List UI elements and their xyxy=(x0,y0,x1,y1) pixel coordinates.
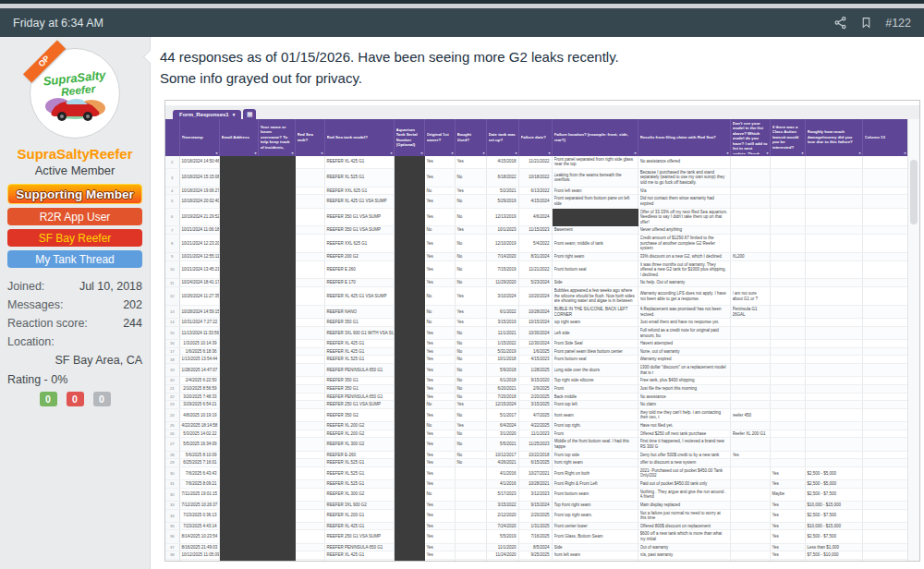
post-number[interactable]: #122 xyxy=(885,17,911,30)
sheet-cell: Yes xyxy=(424,326,455,339)
sheet-cell: Front bottom seal xyxy=(552,356,638,364)
sheet-cell xyxy=(219,319,258,327)
sheet-cell xyxy=(219,340,258,348)
sheet-cell xyxy=(295,187,324,195)
sheet-cell xyxy=(394,408,424,421)
sheet-cell xyxy=(770,226,805,235)
username[interactable]: SupraSaltyReefer xyxy=(7,146,142,162)
sheet-cell xyxy=(805,319,862,327)
row-number: 12 xyxy=(165,287,179,306)
sheet-cell xyxy=(862,480,907,489)
sheet-cell: No xyxy=(455,235,486,253)
rating-badge-neutral[interactable]: 0 xyxy=(93,392,111,406)
bookmark-icon[interactable] xyxy=(860,16,872,30)
sheet-cell: Yes xyxy=(455,156,486,169)
sheet-cell xyxy=(295,226,324,235)
sheet-cell: No xyxy=(455,168,486,187)
sheet-cell: REEFER XL 525 G1 xyxy=(324,459,394,467)
sheet-cell xyxy=(295,319,324,327)
sheet-cell: Front panel seam blew bottom center xyxy=(552,347,638,356)
row-number: 11 xyxy=(165,279,179,287)
sheet-cell xyxy=(219,226,258,235)
sheet-cell xyxy=(295,252,324,260)
sheet-cell: No xyxy=(424,226,455,235)
sheet-column-header: Date tank was set up?▾ xyxy=(486,119,518,156)
sf-bay-reefer-badge[interactable]: SF Bay Reefer xyxy=(7,229,142,247)
sheet-cell: 5/1/2017 xyxy=(486,408,518,421)
sheet-column-header: Red Sea tank?▾ xyxy=(295,119,324,156)
my-tank-thread-button[interactable]: My Tank Thread xyxy=(7,250,142,268)
sheet-cell: 1/28/2025 14:47:07 xyxy=(179,364,219,377)
rating-badge-negative[interactable]: 0 xyxy=(67,392,84,406)
sheet-cell: $2,500 - $7,500 xyxy=(805,509,862,522)
sheet-cell xyxy=(455,543,486,551)
sheet-cell: Front separated from bottom pane on left… xyxy=(552,195,638,208)
sheet-cell: Yes xyxy=(455,422,486,430)
sheet-cell: Front right seam xyxy=(552,252,638,260)
sheet-cell xyxy=(730,260,770,279)
sheet-cell xyxy=(770,438,805,451)
sheet-cell xyxy=(219,364,258,377)
sheet-cell xyxy=(730,543,770,551)
sheet-cell xyxy=(394,208,424,226)
sheet-cell: Front Glass, Bottom Seam xyxy=(552,530,638,543)
sheet-cell: REEFER 350 G1 xyxy=(324,377,394,385)
sheet-cell xyxy=(862,195,907,208)
sheet-cell xyxy=(455,522,486,530)
filter-caret-icon: ▾ xyxy=(451,151,453,155)
sheet-cell: 11/15/2023 xyxy=(518,226,552,235)
spreadsheet-attachment-image[interactable]: Form_Responses1 ▾ ▦ Timestamp▾Email Addr… xyxy=(164,100,920,562)
row-number: 26 xyxy=(165,430,179,438)
sheet-cell xyxy=(295,501,324,509)
sheet-table: Timestamp▾Email Address▾Your name or for… xyxy=(165,119,908,561)
sheet-cell: Yes xyxy=(424,430,455,438)
sheet-cell xyxy=(730,347,770,356)
sheet-cell xyxy=(805,384,862,393)
sheet-cell xyxy=(862,377,907,385)
sheet-cell xyxy=(730,226,770,235)
sheet-cell: $7,500 - $10,000 xyxy=(805,551,862,560)
sheet-cell: $2,500 - $7,500 xyxy=(805,488,862,501)
sheet-column-header: Email Address▾ xyxy=(219,119,258,156)
sheet-row: 310/18/2024 15:15:08REEFER XL 525 G1YesN… xyxy=(165,168,907,187)
rating-badge-positive[interactable]: 0 xyxy=(40,392,57,406)
sheet-cell xyxy=(805,287,862,306)
sheet-cell: Front center lower xyxy=(552,522,638,530)
sheet-cell: Yes xyxy=(424,480,455,489)
sheet-cell xyxy=(730,522,770,530)
sheet-cell: 10/28/2024 xyxy=(518,306,552,319)
sheet-cell xyxy=(862,168,907,187)
sheet-cell xyxy=(862,509,907,522)
sheet-cell: Front left seam xyxy=(552,187,638,195)
sheet-cell: 7/16/2025 xyxy=(518,530,552,543)
sheet-cell xyxy=(862,226,907,235)
sheet-cell: REEFER 350 G1 VSA SUMP xyxy=(324,208,394,226)
sheet-column-header: Bought Used?▾ xyxy=(455,119,486,156)
sheet-row: 1210/26/2024 11:27:35REEFER XL 425 G1 VS… xyxy=(165,287,907,306)
sheet-cell xyxy=(295,451,324,459)
sheet-cell: Offer of 33.33% off my next Red Sea aqua… xyxy=(638,208,730,226)
sheet-cell: No help. Out of warranty xyxy=(638,279,730,287)
supporting-member-badge[interactable]: Supporting Member xyxy=(7,184,142,204)
sheet-cell: 10/18/2022 xyxy=(518,168,552,187)
sheet-cell xyxy=(770,430,805,438)
sheet-cell: Front Right on both xyxy=(552,466,638,479)
sheet-row: 285/6/2025 8:10:09REEFER E-260YesNo10/12… xyxy=(165,451,907,459)
sheet-cell: 7/6/2025 6:43:43 xyxy=(179,466,219,479)
share-icon[interactable] xyxy=(833,16,847,30)
sheet-cell: 10/26/2024 11:27:35 xyxy=(179,287,219,306)
sheet-cell xyxy=(862,319,907,327)
sheet-cell: Just file the report this morning xyxy=(638,384,730,393)
r2r-app-user-badge[interactable]: R2R App User xyxy=(7,208,142,225)
row-number: 36 xyxy=(165,530,179,543)
row-number: 22 xyxy=(165,393,179,401)
sheet-cell: Front seam; middle of tank xyxy=(552,235,638,253)
sheet-cell: Basement xyxy=(552,226,638,235)
sheet-cell: 3/15/2022 xyxy=(486,501,518,509)
sheet-cell: REEFER XL 425 G1 VSA SUMP xyxy=(324,195,394,208)
post-timestamp[interactable]: Friday at 6:34 AM xyxy=(13,17,833,30)
sheet-cell: Bubbles appeared a few weeks ago where t… xyxy=(552,287,638,306)
sheet-cell: REEFER XL 425 G1 xyxy=(324,347,394,356)
sheet-cell: 12/10/2019 xyxy=(486,235,518,253)
sheet-cell xyxy=(770,356,805,364)
